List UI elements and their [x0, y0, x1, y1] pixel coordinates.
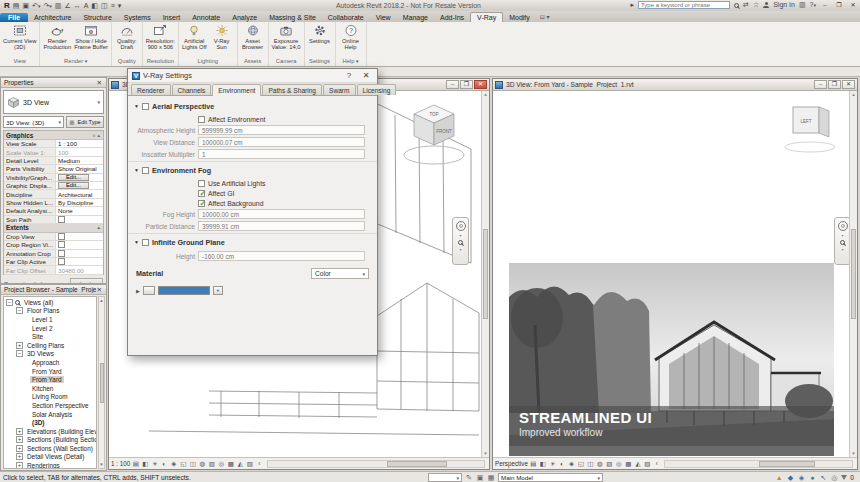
view-canvas[interactable]: LEFT ▾ ▾: [493, 91, 857, 457]
resolution-button[interactable]: Resolution: 900 x 506: [145, 23, 176, 56]
crop-view-icon[interactable]: ◱: [577, 459, 585, 468]
background-processes-icon[interactable]: ◎: [830, 474, 838, 482]
particle-distance-input[interactable]: [198, 221, 365, 231]
select-pinned-icon[interactable]: ◈: [797, 474, 805, 482]
texture-slot-icon[interactable]: [143, 286, 155, 295]
section-collapse-icon[interactable]: ≈ ▲: [93, 133, 101, 138]
tree-item-solar-analysis[interactable]: Solar Analysis: [4, 410, 96, 419]
minimize-button[interactable]: –: [820, 1, 830, 9]
infinite-ground-plane-section[interactable]: ▼ Infinite Ground Plane: [128, 234, 377, 250]
tree-item-sections-wall[interactable]: +Sections (Wall Section): [4, 444, 96, 453]
tree-scrollbar[interactable]: ▲▼: [98, 296, 105, 469]
tree-item-approach[interactable]: Approach: [4, 358, 96, 367]
online-help-button[interactable]: ? Online Help: [338, 23, 364, 56]
expand-icon[interactable]: +: [16, 436, 23, 443]
ribbon-group-label-assets[interactable]: Assets: [238, 57, 268, 66]
navbar-dropdown-icon[interactable]: ▾: [841, 247, 843, 252]
steering-wheel-icon[interactable]: [838, 221, 848, 231]
filter-icon[interactable]: [841, 475, 847, 480]
vertical-scrollbar[interactable]: ▲▼: [481, 91, 489, 457]
tab-paths-sharing[interactable]: Paths & Sharing: [262, 84, 322, 95]
perspective-button[interactable]: Perspective: [495, 460, 528, 467]
tab-add-ins[interactable]: Add-Ins: [434, 13, 470, 23]
search-collapse-icon[interactable]: ▸: [630, 1, 634, 9]
ribbon-group-label-settings[interactable]: Settings: [305, 57, 335, 66]
reveal-constraints-icon[interactable]: ▨: [246, 459, 254, 468]
aligned-dimension-icon[interactable]: ↔: [74, 2, 81, 10]
show-crop-region-icon[interactable]: ◫: [189, 459, 197, 468]
revit-logo-icon[interactable]: R: [4, 2, 10, 10]
affect-background-checkbox[interactable]: [198, 200, 205, 207]
view-instance-dropdown[interactable]: 3D View: (3D)▾: [3, 116, 64, 128]
tab-collaborate[interactable]: Collaborate: [322, 13, 370, 23]
reveal-hidden-elements-icon[interactable]: ◎: [217, 459, 225, 468]
shadows-icon[interactable]: ◐: [558, 459, 566, 468]
tab-channels[interactable]: Channels: [172, 84, 212, 95]
ribbon-group-label-quality[interactable]: Quality: [112, 57, 142, 66]
scale-button[interactable]: 1 : 100: [111, 460, 130, 467]
reveal-constraints-icon[interactable]: ▨: [643, 459, 651, 468]
expand-icon[interactable]: +: [16, 428, 23, 435]
material-mode-dropdown[interactable]: Color▾: [311, 268, 369, 279]
expand-icon[interactable]: +: [16, 445, 23, 452]
property-value[interactable]: None: [56, 207, 103, 214]
section-header-extents[interactable]: Extents▲: [4, 224, 103, 233]
tab-architecture[interactable]: Architecture: [28, 13, 77, 23]
section-header-graphics[interactable]: Graphics≈ ▲: [4, 131, 103, 140]
section-arrow-icon[interactable]: ▼: [134, 239, 139, 245]
visual-style-icon[interactable]: ◧: [539, 459, 547, 468]
swatch-dropdown-icon[interactable]: ▾: [213, 286, 223, 295]
sun-path-checkbox[interactable]: [58, 216, 65, 223]
atmospheric-height-input[interactable]: [198, 125, 365, 135]
section-collapse-icon[interactable]: ▲: [97, 225, 101, 230]
collapse-icon[interactable]: −: [16, 350, 23, 357]
edit-type-button[interactable]: ▦Edit Type: [66, 116, 104, 128]
infinite-ground-plane-checkbox[interactable]: [142, 239, 149, 246]
visibility-graphics-edit-button[interactable]: Edit...: [58, 174, 89, 181]
navbar-dropdown-icon[interactable]: ▾: [841, 233, 843, 238]
collapse-icon[interactable]: −: [6, 299, 13, 306]
thin-lines-icon[interactable]: ≡: [111, 2, 115, 10]
property-value[interactable]: 1 : 100: [56, 140, 103, 147]
tab-manage[interactable]: Manage: [397, 13, 434, 23]
steering-wheel-icon[interactable]: [456, 221, 466, 231]
customize-qat-icon[interactable]: ▾: [118, 2, 122, 10]
collapse-icon[interactable]: −: [16, 307, 23, 314]
tab-analyze[interactable]: Analyze: [226, 13, 263, 23]
3d-view-icon[interactable]: ◧: [91, 2, 98, 10]
ribbon-group-label-view[interactable]: View: [0, 57, 39, 66]
ribbon-group-label-lighting[interactable]: Lighting: [179, 57, 237, 66]
window-close-button[interactable]: ✕: [842, 80, 855, 89]
design-option-dropdown[interactable]: Main Model▾: [498, 473, 603, 482]
aerial-perspective-section[interactable]: ▼ Aerial Perspective: [128, 98, 377, 114]
detail-level-icon[interactable]: ▤: [132, 459, 140, 468]
window-minimize-button[interactable]: –: [446, 80, 459, 89]
lock-3d-view-icon[interactable]: ◍: [198, 459, 206, 468]
affect-environment-checkbox[interactable]: [198, 116, 205, 123]
gray-inactive-worksets-icon[interactable]: ▣: [476, 474, 484, 482]
zoom-tool-icon[interactable]: [458, 240, 463, 245]
render-production-button[interactable]: Render Production: [42, 23, 72, 56]
reveal-hidden-elements-icon[interactable]: ◎: [615, 459, 623, 468]
color-swatch[interactable]: [158, 286, 210, 295]
annotation-crop-checkbox[interactable]: [58, 250, 65, 257]
tab-structure[interactable]: Structure: [77, 13, 117, 23]
tab-file[interactable]: File: [0, 13, 28, 23]
temporary-view-properties-icon[interactable]: ▩: [624, 459, 632, 468]
tree-item-floor-plans[interactable]: −Floor Plans: [4, 307, 96, 316]
crop-view-icon[interactable]: ◱: [179, 459, 187, 468]
search-input[interactable]: [638, 1, 730, 9]
help-icon[interactable]: ?▾: [810, 1, 816, 9]
displaced-elements-icon[interactable]: ◭: [634, 459, 642, 468]
inscatter-multiplier-input[interactable]: [198, 149, 365, 159]
navigation-bar[interactable]: ▾ ▾: [452, 217, 469, 265]
artificial-lights-button[interactable]: Artificial Lights Off: [181, 23, 208, 56]
sun-path-icon[interactable]: ☀: [548, 459, 556, 468]
ribbon-display-toggle-icon[interactable]: ⊡ ▾: [536, 13, 554, 22]
viewcube[interactable]: TOP FRONT: [401, 97, 467, 173]
window-restore-button[interactable]: ❐: [460, 80, 473, 89]
displaced-elements-icon[interactable]: ◭: [236, 459, 244, 468]
select-by-face-icon[interactable]: ●: [808, 474, 816, 482]
property-value[interactable]: Show Original: [56, 165, 103, 172]
navbar-dropdown-icon[interactable]: ▾: [459, 247, 461, 252]
